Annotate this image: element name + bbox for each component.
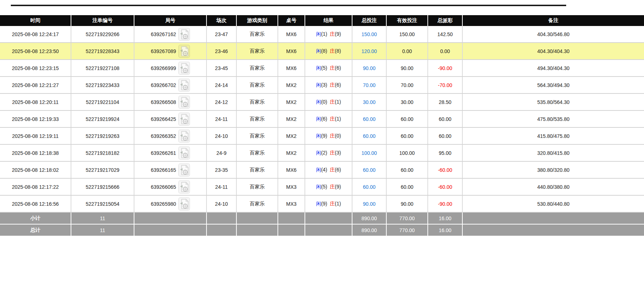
cell-valid-bet: 60.00	[386, 161, 428, 178]
cell-time: 2025-08-08 12:23:15	[0, 60, 71, 77]
cell-session: 23-35	[206, 161, 236, 178]
table-row: 2025-08-08 12:19:33 522719219924 6392664…	[0, 110, 644, 127]
cell-valid-bet: 90.00	[386, 60, 428, 77]
cell-bet-id: 522719227108	[71, 60, 134, 77]
round-number: 639267089	[151, 48, 176, 54]
banker-result: 庄	[330, 116, 335, 122]
cell-payout: 0.00	[428, 43, 462, 60]
player-result: 闲	[316, 31, 321, 37]
cell-round: 639265980	[134, 195, 206, 212]
banker-result: 庄	[330, 65, 335, 71]
cell-table-no: MX6	[278, 161, 305, 178]
video-replay-icon[interactable]	[178, 164, 190, 177]
cell-game-type: 百家乐	[236, 195, 278, 212]
video-replay-icon[interactable]	[178, 113, 190, 126]
subtotal-empty-table-no	[278, 212, 305, 224]
cell-remark: 404.30/404.30	[462, 43, 644, 60]
cell-remark: 564.30/494.30	[462, 77, 644, 93]
cell-remark: 380.80/320.80	[462, 161, 644, 178]
cell-time: 2025-08-08 12:21:27	[0, 77, 71, 93]
player-result: 闲	[316, 48, 321, 54]
cell-remark: 320.80/415.80	[462, 144, 644, 161]
cell-result: 闲(9)庄(0)	[305, 127, 352, 144]
cell-session: 24-14	[206, 77, 236, 93]
cell-valid-bet: 90.00	[386, 195, 428, 212]
cell-remark: 535.80/564.30	[462, 93, 644, 110]
video-replay-icon[interactable]	[178, 197, 190, 210]
col-header-table-no: 桌号	[278, 15, 305, 26]
cell-game-type: 百家乐	[236, 60, 278, 77]
player-result: 闲	[316, 99, 321, 105]
col-header-game-type: 游戏类别	[236, 15, 278, 26]
col-header-time: 时间	[0, 15, 71, 26]
cell-result: 闲(0)庄(1)	[305, 93, 352, 110]
total-empty-remark	[462, 224, 644, 236]
player-result: 闲	[316, 133, 321, 139]
cell-table-no: MX2	[278, 127, 305, 144]
cell-payout: -90.00	[428, 195, 462, 212]
cell-game-type: 百家乐	[236, 26, 278, 43]
round-number: 639266165	[151, 167, 176, 173]
cell-valid-bet: 30.00	[386, 93, 428, 110]
video-replay-icon[interactable]	[178, 62, 190, 75]
table-row: 2025-08-08 12:18:02 522719217029 6392661…	[0, 161, 644, 178]
cell-total-bet: 90.00	[352, 60, 386, 77]
cell-bet-id: 522719219924	[71, 110, 134, 127]
subtotal-empty-result	[305, 212, 352, 224]
cell-session: 23-47	[206, 26, 236, 43]
player-result: 闲	[316, 167, 321, 173]
cell-remark: 475.80/535.80	[462, 110, 644, 127]
cell-total-bet: 30.00	[352, 93, 386, 110]
banker-result: 庄	[330, 150, 335, 156]
cell-table-no: MX3	[278, 178, 305, 195]
col-header-round: 局号	[134, 15, 206, 26]
video-replay-icon[interactable]	[178, 147, 190, 160]
cell-valid-bet: 100.00	[386, 144, 428, 161]
video-replay-icon[interactable]	[178, 96, 190, 109]
round-number: 639266261	[151, 150, 176, 156]
table-row: 2025-08-08 12:21:27 522719223433 6392667…	[0, 77, 644, 93]
col-header-payout: 总派彩	[428, 15, 462, 26]
cell-result: 闲(1)庄(9)	[305, 26, 352, 43]
cell-session: 24-12	[206, 93, 236, 110]
table-row: 2025-08-08 12:19:11 522719219263 6392663…	[0, 127, 644, 144]
cell-game-type: 百家乐	[236, 77, 278, 93]
cell-total-bet: 60.00	[352, 161, 386, 178]
table-row: 2025-08-08 12:23:50 522719228343 6392670…	[0, 43, 644, 60]
cell-table-no: MX2	[278, 77, 305, 93]
cell-table-no: MX2	[278, 110, 305, 127]
cell-payout: 142.50	[428, 26, 462, 43]
video-replay-icon[interactable]	[178, 130, 190, 143]
subtotal-empty-remark	[462, 212, 644, 224]
cell-payout: 60.00	[428, 110, 462, 127]
total-count: 11	[71, 224, 134, 236]
cell-session: 23-45	[206, 60, 236, 77]
cell-payout: 95.00	[428, 144, 462, 161]
total-empty-table-no	[278, 224, 305, 236]
video-replay-icon[interactable]	[178, 45, 190, 58]
cell-bet-id: 522719228343	[71, 43, 134, 60]
video-replay-icon[interactable]	[178, 79, 190, 92]
subtotal-empty-game-type	[236, 212, 278, 224]
cell-bet-id: 522719217029	[71, 161, 134, 178]
cell-payout: -60.00	[428, 161, 462, 178]
cell-session: 24-10	[206, 195, 236, 212]
round-number: 639266065	[151, 184, 176, 190]
subtotal-label: 小计	[0, 212, 71, 224]
cell-time: 2025-08-08 12:23:50	[0, 43, 71, 60]
cell-game-type: 百家乐	[236, 144, 278, 161]
video-replay-icon[interactable]	[178, 180, 190, 193]
cell-result: 闲(2)庄(3)	[305, 144, 352, 161]
cell-bet-id: 522719218182	[71, 144, 134, 161]
table-row: 2025-08-08 12:18:38 522719218182 6392662…	[0, 144, 644, 161]
video-replay-icon[interactable]	[178, 28, 190, 41]
cell-payout: -90.00	[428, 60, 462, 77]
cell-result: 闲(8)庄(8)	[305, 43, 352, 60]
subtotal-payout: 16.00	[428, 212, 462, 224]
cell-time: 2025-08-08 12:18:38	[0, 144, 71, 161]
cell-result: 闲(9)庄(1)	[305, 195, 352, 212]
cell-total-bet: 90.00	[352, 195, 386, 212]
table-row: 2025-08-08 12:24:17 522719229266 6392671…	[0, 26, 644, 43]
cell-payout: -70.00	[428, 77, 462, 93]
cell-valid-bet: 60.00	[386, 127, 428, 144]
